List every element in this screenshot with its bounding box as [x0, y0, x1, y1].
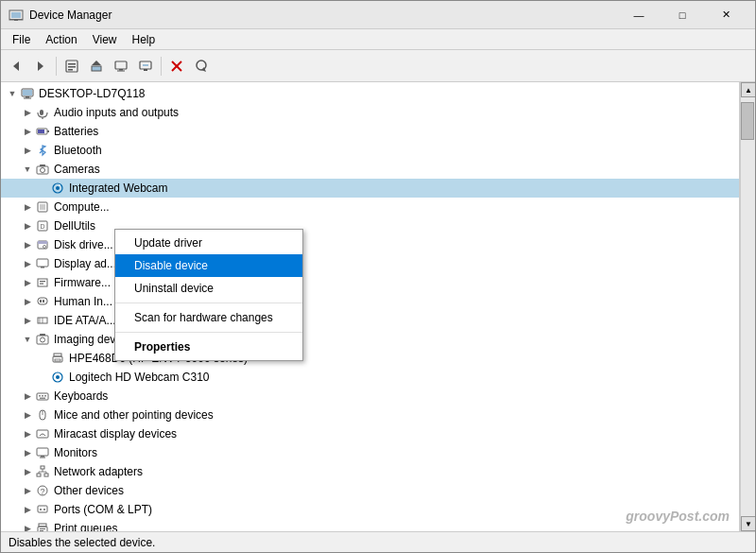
expand-network[interactable]: ▶ [20, 464, 35, 479]
svg-rect-2 [9, 19, 23, 20]
back-button[interactable] [5, 55, 27, 78]
tree-audio[interactable]: ▶ Audio inputs and outputs [1, 103, 739, 122]
scroll-thumb[interactable] [741, 102, 754, 140]
svg-rect-8 [68, 66, 76, 68]
ctx-uninstall-device[interactable]: Uninstall device [115, 277, 302, 300]
battery-icon [35, 124, 50, 139]
svg-rect-84 [38, 506, 47, 512]
compute-label: Compute... [54, 200, 110, 214]
tree-hid[interactable]: ▶ Human In... [1, 292, 739, 311]
expand-firmware[interactable]: ▶ [20, 275, 35, 290]
logitech-icon [50, 370, 65, 385]
svg-rect-58 [40, 334, 45, 336]
tree-imaging[interactable]: ▼ Imaging devices [1, 330, 739, 349]
network-icon [35, 464, 50, 479]
tree-display[interactable]: ▶ Display ad... [1, 254, 739, 273]
delete-button[interactable] [165, 55, 188, 78]
tree-dellutils[interactable]: ▶ D DellUtils [1, 216, 739, 235]
disk-label: Disk drive... [54, 238, 113, 251]
menu-file[interactable]: File [5, 31, 38, 48]
expand-imaging[interactable]: ▼ [20, 332, 35, 347]
expand-monitors[interactable]: ▶ [20, 445, 35, 460]
menu-view[interactable]: View [85, 31, 125, 48]
svg-rect-39 [40, 204, 45, 210]
svg-rect-67 [44, 395, 46, 397]
scroll-up-button[interactable]: ▲ [741, 82, 755, 97]
disk-icon [35, 237, 50, 252]
tree-compute[interactable]: ▶ Compute... [1, 198, 739, 216]
tree-cameras[interactable]: ▼ Cameras [1, 160, 739, 179]
svg-point-85 [40, 509, 42, 510]
ctx-disable-device[interactable]: Disable device [115, 254, 302, 277]
expand-batteries[interactable]: ▶ [20, 124, 35, 139]
status-bar: Disables the selected device. [1, 531, 755, 552]
expand-display[interactable]: ▶ [20, 256, 35, 271]
expand-miracast[interactable]: ▶ [20, 426, 35, 441]
mice-label: Mice and other pointing devices [54, 408, 214, 422]
bluetooth-icon [35, 143, 50, 158]
monitor-button[interactable] [110, 55, 132, 78]
expand-dellutils[interactable]: ▶ [20, 218, 35, 233]
ctx-properties[interactable]: Properties [115, 336, 302, 358]
tree-miracast[interactable]: ▶ Miracast display devices [1, 424, 739, 443]
tree-ports[interactable]: ▶ Ports (COM & LPT) [1, 500, 739, 519]
window-icon [9, 8, 24, 23]
svg-marker-5 [38, 61, 43, 71]
tree-other[interactable]: ▶ ? Other devices [1, 481, 739, 500]
tree-keyboards[interactable]: ▶ Keyboards [1, 387, 739, 406]
tree-bluetooth[interactable]: ▶ Bluetooth [1, 141, 739, 160]
tree-print-queues[interactable]: ▶ Print queues [1, 519, 739, 531]
expand-audio[interactable]: ▶ [20, 105, 35, 120]
device-tree[interactable]: ▼ DESKTOP-LD7Q118 ▶ [1, 82, 740, 531]
tree-firmware[interactable]: ▶ Firmware... [1, 273, 739, 292]
menu-help[interactable]: Help [125, 31, 163, 48]
tree-network[interactable]: ▶ Network adapters [1, 462, 739, 481]
ctx-scan-hardware[interactable]: Scan for hardware changes [115, 306, 302, 329]
scroll-track[interactable] [741, 97, 755, 516]
ctx-sep-1 [115, 302, 302, 303]
expand-hid[interactable]: ▶ [20, 294, 35, 309]
tree-integrated-webcam[interactable]: ▶ Integrated Webcam [1, 179, 739, 198]
svg-rect-45 [37, 259, 48, 267]
expand-compute[interactable]: ▶ [20, 199, 35, 215]
vertical-scrollbar[interactable]: ▲ ▼ [740, 82, 755, 531]
svg-rect-10 [92, 66, 101, 71]
tree-logitech[interactable]: ▶ Logitech HD Webcam C310 [1, 368, 739, 387]
tree-ide[interactable]: ▶ IDE ATA/A... [1, 311, 739, 330]
update-driver-button[interactable] [85, 55, 108, 78]
svg-rect-24 [26, 96, 29, 98]
svg-rect-1 [11, 12, 21, 18]
expand-keyboards[interactable]: ▶ [20, 389, 35, 404]
ctx-update-driver[interactable]: Update driver [115, 232, 302, 254]
scan-button[interactable] [190, 55, 213, 78]
expand-bluetooth[interactable]: ▶ [20, 143, 35, 158]
expand-root[interactable]: ▼ [5, 86, 20, 101]
audio-label: Audio inputs and outputs [54, 106, 179, 119]
minimize-button[interactable]: — [617, 1, 661, 29]
forward-button[interactable] [29, 55, 52, 78]
tree-mice[interactable]: ▶ Mice and other pointing devices [1, 406, 739, 424]
expand-other[interactable]: ▶ [20, 483, 35, 498]
other-icon: ? [35, 483, 50, 498]
scroll-down-button[interactable]: ▼ [741, 516, 755, 531]
tree-disk[interactable]: ▶ Disk drive... [1, 235, 739, 254]
tree-root[interactable]: ▼ DESKTOP-LD7Q118 [1, 84, 739, 103]
maximize-button[interactable]: □ [661, 1, 704, 29]
svg-rect-72 [37, 448, 48, 456]
close-button[interactable]: ✕ [704, 1, 747, 29]
network-button[interactable] [134, 55, 157, 78]
expand-cameras[interactable]: ▼ [20, 162, 35, 177]
other-label: Other devices [54, 484, 124, 497]
expand-disk[interactable]: ▶ [20, 237, 35, 252]
menu-action[interactable]: Action [38, 31, 84, 48]
tree-batteries[interactable]: ▶ Batteries [1, 122, 739, 141]
tree-hp-printer[interactable]: ▶ HPE468D6 (HP ENVY 5000 series) [1, 349, 739, 368]
svg-point-44 [43, 246, 46, 249]
expand-ide[interactable]: ▶ [20, 313, 35, 328]
expand-print-queues[interactable]: ▶ [20, 521, 35, 531]
properties-button[interactable] [60, 55, 83, 78]
svg-rect-61 [55, 359, 60, 361]
expand-mice[interactable]: ▶ [20, 407, 35, 423]
expand-ports[interactable]: ▶ [20, 502, 35, 517]
tree-monitors[interactable]: ▶ Monitors [1, 443, 739, 462]
